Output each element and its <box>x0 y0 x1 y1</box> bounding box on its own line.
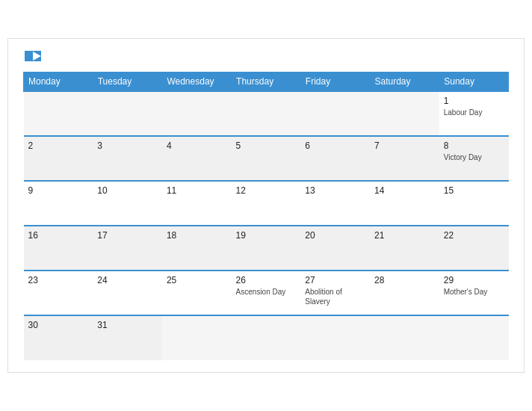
day-event-label: Mother's Day <box>444 287 504 297</box>
calendar-cell <box>24 91 93 136</box>
day-number: 8 <box>444 140 504 151</box>
calendar-cell <box>439 315 509 360</box>
calendar-cell: 8Victory Day <box>439 136 509 181</box>
calendar-cell: 13 <box>300 181 370 226</box>
day-event-label: Labour Day <box>444 108 504 117</box>
logo <box>23 51 41 61</box>
day-number: 16 <box>28 230 89 241</box>
calendar-cell: 22 <box>439 226 509 271</box>
day-number: 25 <box>167 275 227 285</box>
calendar-cell <box>162 315 232 360</box>
calendar-cell: 18 <box>162 226 232 271</box>
weekday-header-monday: Monday <box>24 72 93 92</box>
calendar-cell: 9 <box>24 181 93 226</box>
calendar-cell <box>370 315 439 360</box>
weekday-header-thursday: Thursday <box>232 72 301 92</box>
day-number: 24 <box>97 275 158 285</box>
weekday-header-friday: Friday <box>300 72 370 92</box>
calendar-cell <box>300 91 370 136</box>
calendar-cell: 14 <box>370 181 439 226</box>
weekday-header-saturday: Saturday <box>370 72 439 92</box>
day-number: 14 <box>374 185 435 196</box>
day-number: 18 <box>167 230 227 241</box>
logo-flag-icon <box>25 51 41 61</box>
calendar-cell: 23 <box>24 271 93 315</box>
calendar-cell: 20 <box>300 226 370 271</box>
day-number: 26 <box>236 275 297 285</box>
day-number: 12 <box>236 185 297 196</box>
calendar-week-row: 2345678Victory Day <box>24 136 509 181</box>
day-number: 19 <box>236 230 297 241</box>
day-number: 17 <box>97 230 158 241</box>
calendar-cell: 1Labour Day <box>439 91 509 136</box>
calendar-container: MondayTuesdayWednesdayThursdayFridaySatu… <box>7 38 525 373</box>
calendar-header <box>23 51 509 61</box>
day-number: 4 <box>167 140 227 151</box>
calendar-cell: 11 <box>162 181 232 226</box>
day-number: 13 <box>305 185 365 196</box>
calendar-cell <box>93 91 162 136</box>
calendar-cell: 16 <box>24 226 93 271</box>
weekday-header-sunday: Sunday <box>439 72 509 92</box>
day-number: 31 <box>97 320 158 330</box>
calendar-cell: 29Mother's Day <box>439 271 509 315</box>
calendar-cell: 27Abolition of Slavery <box>300 271 370 315</box>
calendar-cell: 26Ascension Day <box>232 271 301 315</box>
calendar-cell: 12 <box>232 181 301 226</box>
calendar-cell: 2 <box>24 136 93 181</box>
day-number: 21 <box>374 230 435 241</box>
day-number: 7 <box>374 140 435 151</box>
day-number: 23 <box>28 275 89 285</box>
calendar-cell <box>300 315 370 360</box>
day-number: 29 <box>444 275 504 285</box>
day-number: 28 <box>374 275 435 285</box>
calendar-cell: 28 <box>370 271 439 315</box>
calendar-cell: 17 <box>93 226 162 271</box>
calendar-cell: 6 <box>300 136 370 181</box>
day-event-label: Abolition of Slavery <box>305 287 365 306</box>
day-number: 1 <box>444 96 504 106</box>
day-number: 3 <box>97 140 158 151</box>
day-number: 22 <box>444 230 504 241</box>
weekday-header-row: MondayTuesdayWednesdayThursdayFridaySatu… <box>24 72 509 92</box>
calendar-cell <box>370 91 439 136</box>
day-number: 10 <box>97 185 158 196</box>
calendar-cell: 7 <box>370 136 439 181</box>
day-number: 2 <box>28 140 89 151</box>
day-number: 11 <box>167 185 227 196</box>
calendar-week-row: 3031 <box>24 315 509 360</box>
day-number: 20 <box>305 230 365 241</box>
day-event-label: Ascension Day <box>236 287 297 297</box>
calendar-week-row: 9101112131415 <box>24 181 509 226</box>
calendar-week-row: 23242526Ascension Day27Abolition of Slav… <box>24 271 509 315</box>
day-number: 15 <box>444 185 504 196</box>
day-number: 5 <box>236 140 297 151</box>
calendar-cell: 19 <box>232 226 301 271</box>
calendar-cell: 25 <box>162 271 232 315</box>
calendar-table: MondayTuesdayWednesdayThursdayFridaySatu… <box>23 72 509 360</box>
calendar-cell: 30 <box>24 315 93 360</box>
weekday-header-wednesday: Wednesday <box>162 72 232 92</box>
calendar-cell <box>162 91 232 136</box>
calendar-cell <box>232 91 301 136</box>
calendar-cell: 31 <box>93 315 162 360</box>
calendar-week-row: 1Labour Day <box>24 91 509 136</box>
day-event-label: Victory Day <box>444 152 504 162</box>
calendar-cell: 21 <box>370 226 439 271</box>
calendar-cell: 5 <box>232 136 301 181</box>
calendar-cell: 4 <box>162 136 232 181</box>
calendar-cell: 10 <box>93 181 162 226</box>
day-number: 30 <box>28 320 89 330</box>
calendar-week-row: 16171819202122 <box>24 226 509 271</box>
calendar-cell <box>232 315 301 360</box>
calendar-cell: 24 <box>93 271 162 315</box>
calendar-cell: 15 <box>439 181 509 226</box>
calendar-cell: 3 <box>93 136 162 181</box>
day-number: 9 <box>28 185 89 196</box>
day-number: 6 <box>305 140 365 151</box>
weekday-header-tuesday: Tuesday <box>93 72 162 92</box>
day-number: 27 <box>305 275 365 285</box>
